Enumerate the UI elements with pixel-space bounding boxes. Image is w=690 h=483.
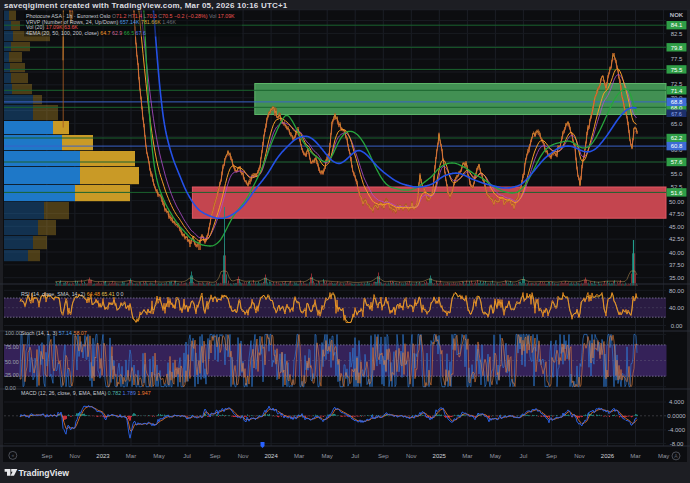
- svg-text:37.50: 37.50: [669, 262, 685, 268]
- svg-text:Nov: Nov: [406, 453, 417, 459]
- svg-text:Nov: Nov: [574, 453, 585, 459]
- svg-text:75.00: 75.00: [5, 344, 19, 350]
- svg-text:51.6: 51.6: [671, 190, 683, 196]
- svg-text:77.5: 77.5: [671, 56, 683, 62]
- svg-text:35.00: 35.00: [669, 275, 685, 281]
- svg-text:40.00: 40.00: [669, 250, 685, 256]
- svg-text:Mar: Mar: [630, 453, 640, 459]
- svg-text:57.6: 57.6: [671, 159, 683, 165]
- svg-text:82.5: 82.5: [671, 31, 683, 37]
- svg-text:MACD (12, 26, close, 9, EMA, E: MACD (12, 26, close, 9, EMA, EMA) 0.782 …: [21, 390, 151, 396]
- svg-text:0.00: 0.00: [5, 385, 16, 391]
- svg-text:45.00: 45.00: [669, 224, 685, 230]
- svg-text:50.00: 50.00: [5, 359, 19, 365]
- svg-text:Nov: Nov: [238, 453, 249, 459]
- svg-text:100.00: 100.00: [5, 330, 22, 336]
- svg-text:May: May: [658, 453, 669, 459]
- svg-text:-4.000: -4.000: [668, 427, 686, 433]
- svg-text:Nov: Nov: [70, 453, 81, 459]
- svg-text:4EMA (20, 50, 100, 200, close): 4EMA (20, 50, 100, 200, close) 64.7 62.9…: [26, 30, 146, 36]
- svg-text:42.50: 42.50: [669, 236, 685, 242]
- svg-text:Jul: Jul: [520, 453, 528, 459]
- svg-text:50.00: 50.00: [669, 199, 685, 205]
- svg-text:-8.00: -8.00: [670, 441, 684, 447]
- svg-text:80.00: 80.00: [669, 288, 685, 294]
- svg-text:55.0: 55.0: [671, 171, 683, 177]
- svg-text:62.2: 62.2: [671, 135, 683, 141]
- svg-text:40.00: 40.00: [669, 305, 685, 311]
- svg-text:TradingView: TradingView: [19, 468, 70, 478]
- svg-text:0.00: 0.00: [671, 323, 683, 329]
- svg-text:4.000: 4.000: [669, 399, 685, 405]
- svg-text:NOK: NOK: [670, 12, 684, 18]
- svg-text:Stoch (14, 1, 3) 57.14 58.07: Stoch (14, 1, 3) 57.14 58.07: [21, 330, 87, 336]
- svg-text:2023: 2023: [96, 453, 110, 459]
- svg-text:May: May: [153, 453, 164, 459]
- svg-text:79.8: 79.8: [671, 45, 683, 51]
- svg-text:68.8: 68.8: [671, 99, 683, 105]
- svg-text:May: May: [490, 453, 501, 459]
- svg-text:2026: 2026: [601, 453, 615, 459]
- svg-text:Jul: Jul: [183, 453, 191, 459]
- svg-text:Sep: Sep: [378, 453, 389, 459]
- svg-text:saveqigiment created with Trad: saveqigiment created with TradingView.co…: [4, 1, 288, 10]
- svg-text:2025: 2025: [433, 453, 447, 459]
- svg-text:75.5: 75.5: [671, 67, 683, 73]
- svg-text:67.6: 67.6: [671, 111, 682, 117]
- svg-text:60.8: 60.8: [671, 143, 683, 149]
- svg-text:47.50: 47.50: [669, 211, 685, 217]
- svg-text:Sep: Sep: [546, 453, 557, 459]
- svg-text:May: May: [322, 453, 333, 459]
- svg-text:Mar: Mar: [462, 453, 472, 459]
- svg-text:Jul: Jul: [351, 453, 359, 459]
- svg-text:2024: 2024: [264, 453, 278, 459]
- svg-text:«: «: [11, 452, 14, 458]
- svg-text:Mar: Mar: [294, 453, 304, 459]
- svg-text:RSI (14, close, SMA, 14, 2) 64: RSI (14, close, SMA, 14, 2) 64.48 65.41 …: [21, 291, 124, 297]
- svg-text:0.0000: 0.0000: [667, 413, 686, 419]
- svg-text:Mar: Mar: [126, 453, 136, 459]
- svg-text:Sep: Sep: [42, 453, 53, 459]
- svg-text:84.1: 84.1: [671, 22, 683, 28]
- svg-text:Sep: Sep: [210, 453, 221, 459]
- svg-text:71.4: 71.4: [671, 88, 683, 94]
- svg-text:72.5: 72.5: [671, 81, 683, 87]
- svg-text:65.0: 65.0: [671, 121, 683, 127]
- svg-text:25.00: 25.00: [5, 372, 19, 378]
